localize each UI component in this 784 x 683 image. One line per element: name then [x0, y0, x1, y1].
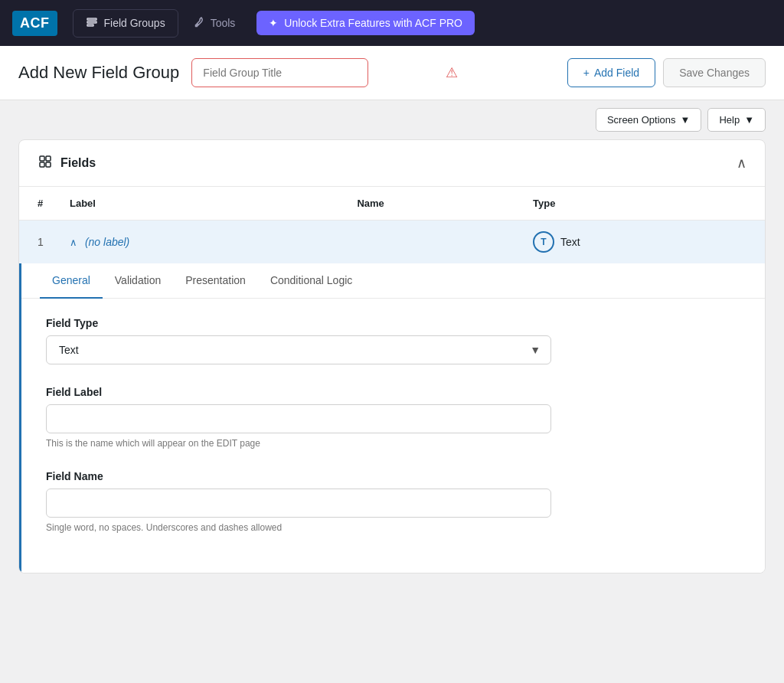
tab-presentation[interactable]: Presentation: [173, 263, 258, 299]
field-groups-nav-button[interactable]: Field Groups: [73, 9, 178, 38]
add-field-label: Add Field: [594, 67, 639, 79]
field-groups-nav-label: Field Groups: [104, 17, 165, 29]
page-header: Add New Field Group ⚠ + Add Field Save C…: [0, 46, 784, 100]
field-row-number: 1: [19, 221, 57, 264]
page-title: Add New Field Group: [18, 63, 179, 83]
field-expand-chevron[interactable]: ∧: [70, 237, 77, 248]
field-tabs: General Validation Presentation Conditio…: [21, 263, 765, 299]
table-row: 1 ∧ (no label) T Text: [19, 221, 765, 264]
screen-options-bar: Screen Options ▼ Help ▼: [0, 100, 784, 139]
field-label-label-text: Field Label: [46, 386, 740, 398]
field-type-group: Field Type Text Textarea Number Email Im…: [46, 317, 740, 364]
title-warning-icon: ⚠: [446, 64, 458, 81]
screen-options-button[interactable]: Screen Options ▼: [596, 108, 701, 132]
field-row-name-cell: [345, 221, 521, 264]
tools-nav-label: Tools: [211, 17, 236, 29]
field-type-icon: T: [533, 231, 554, 253]
header-actions: + Add Field Save Changes: [567, 58, 766, 87]
fields-panel-header: Fields ∧: [19, 140, 765, 187]
field-name-group: Field Name Single word, no spaces. Under…: [46, 470, 740, 533]
svg-rect-6: [46, 162, 51, 167]
fields-panel-label: Fields: [60, 156, 96, 170]
tab-validation[interactable]: Validation: [103, 263, 173, 299]
svg-rect-0: [87, 18, 96, 20]
screen-options-label: Screen Options: [607, 114, 676, 126]
add-field-plus-icon: +: [583, 67, 590, 79]
svg-rect-2: [87, 25, 93, 26]
field-settings-general: Field Type Text Textarea Number Email Im…: [21, 299, 765, 573]
add-field-button[interactable]: + Add Field: [567, 58, 655, 87]
field-row-label-cell: ∧ (no label): [57, 221, 345, 264]
field-type-select-wrapper: Text Textarea Number Email Image ▼: [46, 335, 551, 364]
field-label-link[interactable]: (no label): [85, 236, 129, 248]
tab-conditional-logic[interactable]: Conditional Logic: [258, 263, 364, 299]
save-changes-button[interactable]: Save Changes: [663, 58, 766, 87]
acf-logo: ACF: [12, 11, 57, 36]
tab-general[interactable]: General: [40, 263, 103, 299]
fields-table: # Label Name Type 1 ∧ (no label): [19, 187, 765, 263]
field-type-label: Text: [560, 236, 580, 248]
col-header-name: Name: [345, 187, 521, 221]
field-row-type-cell: T Text: [521, 221, 765, 264]
col-header-label: Label: [57, 187, 345, 221]
field-label-input[interactable]: [46, 404, 551, 433]
table-header-row: # Label Name Type: [19, 187, 765, 221]
tools-icon: [194, 16, 206, 31]
col-header-number: #: [19, 187, 57, 221]
tools-nav-button[interactable]: Tools: [185, 10, 245, 37]
field-label-group: Field Label This is the name which will …: [46, 386, 740, 449]
main-content: Fields ∧ # Label Name Type 1 ∧ (no lab: [0, 139, 784, 592]
fields-panel-title: Fields: [38, 154, 96, 172]
svg-rect-3: [40, 156, 44, 161]
pro-upgrade-button[interactable]: ✦ Unlock Extra Features with ACF PRO: [256, 11, 475, 35]
svg-rect-5: [40, 162, 44, 167]
field-name-input[interactable]: [46, 489, 551, 518]
pro-label: Unlock Extra Features with ACF PRO: [284, 17, 462, 29]
pro-star-icon: ✦: [269, 17, 278, 29]
field-name-hint: Single word, no spaces. Underscores and …: [46, 522, 740, 533]
fields-panel-collapse-button[interactable]: ∧: [737, 155, 746, 172]
field-groups-icon: [86, 16, 98, 31]
help-button[interactable]: Help ▼: [707, 108, 766, 132]
field-group-title-input[interactable]: [191, 58, 368, 87]
field-label-hint: This is the name which will appear on th…: [46, 438, 740, 449]
field-name-label-text: Field Name: [46, 470, 740, 482]
field-group-title-wrapper: ⚠: [191, 58, 467, 87]
svg-rect-4: [46, 156, 51, 161]
svg-rect-1: [87, 21, 96, 23]
field-type-badge: T Text: [533, 231, 753, 253]
screen-options-chevron-icon: ▼: [681, 114, 691, 126]
fields-panel: Fields ∧ # Label Name Type 1 ∧ (no lab: [18, 139, 766, 574]
help-label: Help: [719, 114, 740, 126]
field-type-select[interactable]: Text Textarea Number Email Image: [46, 335, 551, 364]
field-type-label-text: Field Type: [46, 317, 740, 329]
fields-grid-icon: [38, 154, 53, 172]
field-detail-panel: General Validation Presentation Conditio…: [19, 263, 765, 573]
help-chevron-icon: ▼: [744, 114, 754, 126]
col-header-type: Type: [521, 187, 765, 221]
top-navigation: ACF Field Groups Tools ✦ Unlock Extra Fe…: [0, 0, 784, 46]
